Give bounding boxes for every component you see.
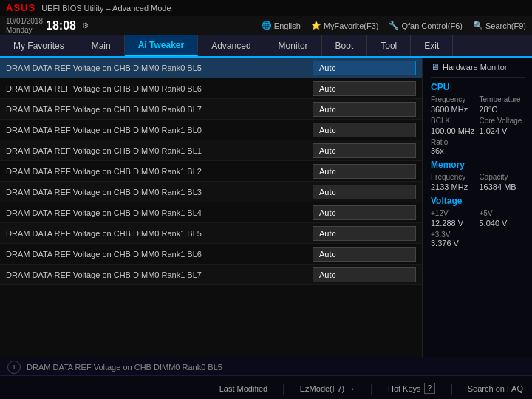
search-label: Search(F9) [485, 21, 526, 30]
tab-monitor[interactable]: Monitor [265, 35, 322, 56]
tooltip-bar: i DRAM DATA REF Voltage on CHB DIMM0 Ran… [0, 358, 532, 375]
table-row[interactable]: DRAM DATA REF Voltage on CHB DIMM0 Rank1… [0, 202, 422, 223]
setting-name: DRAM DATA REF Voltage on CHB DIMM0 Rank1… [6, 126, 313, 134]
main-content: DRAM DATA REF Voltage on CHB DIMM0 Rank0… [0, 58, 532, 358]
mem-freq-value: 2133 MHz [431, 183, 477, 191]
setting-value[interactable]: Auto [313, 143, 416, 158]
mem-capacity-label: Capacity [480, 173, 525, 181]
hotkeys-item[interactable]: Hot Keys ? [388, 383, 435, 394]
last-modified-item[interactable]: Last Modified [219, 384, 267, 393]
bclk-value: 100.00 MHz [431, 126, 477, 135]
setting-value[interactable]: Auto [313, 123, 416, 137]
info-icon: i [7, 361, 21, 374]
setting-value[interactable]: Auto [313, 102, 416, 117]
tooltip-text: DRAM DATA REF Voltage on CHB DIMM0 Rank0… [27, 363, 222, 372]
qfan-label: Qfan Control(F6) [401, 21, 463, 30]
voltage-33-section: +3.3V 3.376 V [431, 231, 525, 248]
tab-boot[interactable]: Boot [322, 35, 368, 56]
cpu-ratio-section: Ratio 36x [431, 138, 525, 155]
table-row[interactable]: DRAM DATA REF Voltage on CHB DIMM0 Rank1… [0, 265, 422, 285]
table-row[interactable]: DRAM DATA REF Voltage on CHB DIMM0 Rank1… [0, 182, 422, 202]
ezmode-item[interactable]: EzMode(F7) → [300, 384, 356, 393]
day-display: Monday [6, 26, 43, 35]
ezmode-arrow-icon: → [347, 384, 355, 393]
cpu-section-title: CPU [431, 82, 525, 92]
setting-name: DRAM DATA REF Voltage on CHB DIMM0 Rank1… [6, 208, 313, 217]
cpu-temp-value: 28°C [480, 105, 525, 114]
voltage-grid-top: +12V +5V 12.288 V 5.040 V [431, 209, 525, 228]
separator-3: | [450, 383, 453, 395]
cpu-freq-label: Frequency [431, 95, 477, 103]
voltage-section-title: Voltage [431, 196, 525, 206]
language-label: English [274, 21, 301, 30]
v5-label: +5V [480, 209, 525, 217]
ratio-label: Ratio [431, 138, 525, 146]
table-row[interactable]: DRAM DATA REF Voltage on CHB DIMM0 Rank1… [0, 161, 422, 182]
mem-freq-label: Frequency [431, 173, 477, 181]
table-row[interactable]: DRAM DATA REF Voltage on CHB DIMM0 Rank0… [0, 99, 422, 120]
bclk-label: BCLK [431, 117, 477, 125]
search-faq-label: Search on FAQ [468, 384, 523, 393]
myfavorite-button[interactable]: ⭐ MyFavorite(F3) [311, 21, 379, 30]
search-faq-item[interactable]: Search on FAQ [468, 384, 523, 393]
table-row[interactable]: DRAM DATA REF Voltage on CHB DIMM0 Rank1… [0, 120, 422, 140]
ezmode-label: EzMode(F7) [300, 384, 345, 393]
setting-value[interactable]: Auto [313, 81, 416, 96]
memory-grid: Frequency Capacity 2133 MHz 16384 MB [431, 173, 525, 191]
tab-advanced[interactable]: Advanced [198, 35, 265, 56]
toolbar-datetime: 10/01/2018 Monday 18:08 ⚙ [6, 17, 89, 35]
setting-value[interactable]: Auto [313, 205, 416, 220]
v5-value: 5.040 V [480, 219, 525, 228]
memory-section-title: Memory [431, 160, 525, 170]
hardware-monitor-panel: 🖥 Hardware Monitor CPU Frequency Tempera… [423, 58, 532, 358]
cpu-freq-value: 3600 MHz [431, 105, 477, 114]
setting-value[interactable]: Auto [313, 61, 416, 75]
setting-value[interactable]: Auto [313, 226, 416, 241]
tab-exit[interactable]: Exit [411, 35, 453, 56]
tab-ai-tweaker[interactable]: Ai Tweaker [125, 35, 198, 56]
setting-name: DRAM DATA REF Voltage on CHB DIMM0 Rank0… [6, 84, 313, 93]
qfan-button[interactable]: 🔧 Qfan Control(F6) [389, 21, 463, 30]
setting-name: DRAM DATA REF Voltage on CHB DIMM0 Rank1… [6, 167, 313, 176]
setting-name: DRAM DATA REF Voltage on CHB DIMM0 Rank1… [6, 250, 313, 259]
cpu-bclk-voltage-grid: BCLK Core Voltage 100.00 MHz 1.024 V [431, 117, 525, 135]
tab-main[interactable]: Main [78, 35, 125, 56]
setting-value[interactable]: Auto [313, 267, 416, 282]
cpu-freq-temp-grid: Frequency Temperature 3600 MHz 28°C [431, 95, 525, 114]
setting-value[interactable]: Auto [313, 185, 416, 200]
setting-name: DRAM DATA REF Voltage on CHB DIMM0 Rank1… [6, 188, 313, 197]
nav-tabs: My Favorites Main Ai Tweaker Advanced Mo… [0, 35, 532, 58]
header-title: UEFI BIOS Utility – Advanced Mode [41, 4, 171, 13]
hw-monitor-title: 🖥 Hardware Monitor [431, 62, 525, 78]
myfavorite-label: MyFavorite(F3) [324, 21, 379, 30]
separator-1: | [282, 383, 285, 395]
setting-name: DRAM DATA REF Voltage on CHB DIMM0 Rank0… [6, 64, 313, 72]
table-row[interactable]: DRAM DATA REF Voltage on CHB DIMM0 Rank0… [0, 78, 422, 99]
cpu-temp-label: Temperature [480, 95, 525, 103]
language-button[interactable]: 🌐 English [262, 21, 301, 30]
star-icon: ⭐ [311, 21, 321, 30]
table-row[interactable]: DRAM DATA REF Voltage on CHB DIMM0 Rank0… [0, 58, 422, 78]
tab-my-favorites[interactable]: My Favorites [0, 35, 78, 56]
setting-value[interactable]: Auto [313, 247, 416, 262]
asus-logo: ASUS [6, 2, 35, 13]
v33-value: 3.376 V [431, 239, 525, 248]
toolbar: 10/01/2018 Monday 18:08 ⚙ 🌐 English ⭐ My… [0, 16, 532, 35]
setting-value[interactable]: Auto [313, 164, 416, 179]
tab-tool[interactable]: Tool [367, 35, 411, 56]
mem-capacity-value: 16384 MB [480, 183, 525, 191]
table-row[interactable]: DRAM DATA REF Voltage on CHB DIMM0 Rank1… [0, 140, 422, 161]
setting-name: DRAM DATA REF Voltage on CHB DIMM0 Rank1… [6, 270, 313, 279]
search-button[interactable]: 🔍 Search(F9) [473, 21, 526, 30]
ratio-value: 36x [431, 146, 525, 155]
table-row[interactable]: DRAM DATA REF Voltage on CHB DIMM0 Rank1… [0, 244, 422, 265]
fan-icon: 🔧 [389, 21, 399, 30]
hotkeys-badge: ? [424, 383, 436, 394]
separator-2: | [370, 383, 373, 395]
settings-icon[interactable]: ⚙ [82, 21, 89, 30]
hw-monitor-title-text: Hardware Monitor [443, 63, 507, 72]
setting-name: DRAM DATA REF Voltage on CHB DIMM0 Rank1… [6, 229, 313, 238]
toolbar-links: 🌐 English ⭐ MyFavorite(F3) 🔧 Qfan Contro… [262, 21, 526, 30]
v33-label: +3.3V [431, 231, 525, 239]
table-row[interactable]: DRAM DATA REF Voltage on CHB DIMM0 Rank1… [0, 223, 422, 244]
